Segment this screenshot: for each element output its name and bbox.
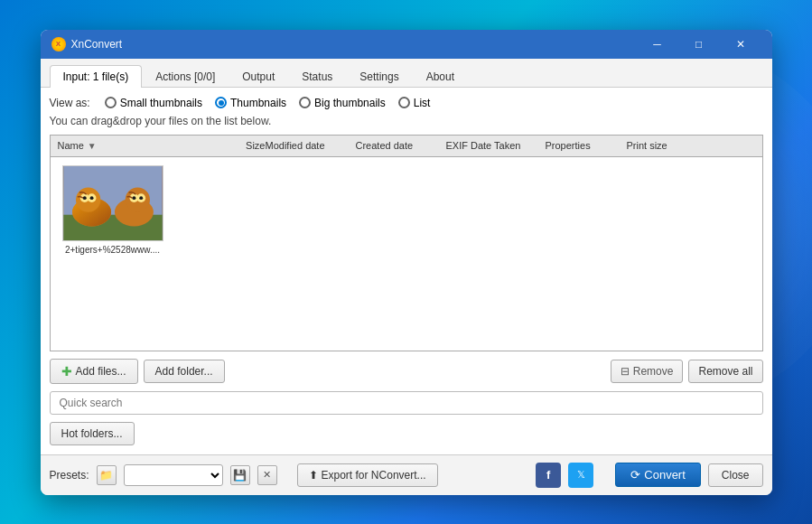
presets-select[interactable] (124, 464, 223, 486)
view-as-radio-group: Small thumbnails Thumbnails Big thumbnai… (105, 97, 431, 109)
add-folder-button[interactable]: Add folder... (144, 360, 225, 383)
thumbnail-image (62, 165, 163, 241)
save-icon: 💾 (233, 469, 247, 482)
close-button[interactable]: ✕ (720, 30, 761, 59)
radio-circle-small (105, 97, 117, 108)
tab-settings[interactable]: Settings (346, 65, 412, 88)
twitter-icon: 𝕏 (577, 469, 585, 481)
thumbnail-svg (63, 166, 163, 240)
maximize-button[interactable]: □ (678, 30, 720, 59)
preset-delete-button[interactable]: ✕ (257, 465, 277, 485)
list-item[interactable]: 2+tigers+%2528www.... (54, 161, 172, 259)
col-header-exif[interactable]: EXIF Date Taken (446, 140, 546, 151)
window-title: XnConvert (71, 38, 637, 51)
col-header-properties[interactable]: Properties (546, 140, 627, 151)
tab-input[interactable]: Input: 1 file(s) (50, 65, 143, 88)
col-header-print-size[interactable]: Print size (627, 140, 699, 151)
preset-save-button[interactable]: 💾 (230, 465, 250, 485)
hot-folders-button[interactable]: Hot folders... (50, 422, 135, 445)
svg-point-9 (82, 196, 86, 200)
sort-arrow-icon: ▼ (88, 141, 97, 151)
remove-all-button[interactable]: Remove all (688, 360, 762, 383)
facebook-button[interactable]: f (536, 463, 561, 488)
convert-button[interactable]: ⟳ Convert (615, 463, 701, 487)
radio-circle-thumbnails (215, 97, 227, 108)
radio-big-thumbnails[interactable]: Big thumbnails (299, 97, 386, 109)
minimize-button[interactable]: ─ (637, 30, 678, 59)
tab-status[interactable]: Status (288, 65, 346, 88)
remove-icon: ⊟ (621, 365, 630, 378)
radio-thumbnails[interactable]: Thumbnails (215, 97, 286, 109)
presets-label: Presets: (50, 469, 89, 482)
app-logo: X (51, 37, 66, 51)
col-header-size[interactable]: Size (220, 140, 266, 151)
drag-hint: You can drag&drop your files on the list… (50, 115, 763, 127)
folder-icon: 📁 (99, 469, 113, 482)
add-files-button[interactable]: ✚ Add files... (50, 359, 138, 384)
window-controls: ─ □ ✕ (637, 30, 761, 59)
col-header-name[interactable]: Name ▼ (58, 140, 220, 151)
titlebar: X XnConvert ─ □ ✕ (41, 30, 772, 59)
bottom-bar: Presets: 📁 💾 ✕ ⬆ Export for NConvert... … (41, 454, 772, 495)
radio-circle-big (299, 97, 311, 108)
svg-point-14 (139, 196, 143, 200)
tab-output[interactable]: Output (229, 65, 288, 88)
svg-point-13 (132, 196, 135, 200)
tab-about[interactable]: About (413, 65, 468, 88)
delete-icon: ✕ (263, 469, 271, 481)
facebook-icon: f (546, 468, 550, 482)
col-header-modified[interactable]: Modified date (266, 140, 356, 151)
export-button[interactable]: ⬆ Export for NConvert... (297, 463, 438, 487)
preset-folder-button[interactable]: 📁 (97, 465, 117, 485)
convert-icon: ⟳ (630, 468, 640, 482)
tab-actions[interactable]: Actions [0/0] (142, 65, 229, 88)
search-row (50, 391, 763, 415)
hot-folders-row: Hot folders... (50, 422, 763, 445)
twitter-button[interactable]: 𝕏 (568, 463, 593, 488)
file-list-header: Name ▼ Size Modified date Created date E… (51, 136, 762, 157)
view-as-label: View as: (50, 97, 90, 109)
svg-point-10 (89, 196, 93, 200)
radio-list[interactable]: List (398, 97, 431, 109)
remove-button[interactable]: ⊟ Remove (611, 360, 684, 383)
file-name-label: 2+tigers+%2528www.... (65, 245, 160, 255)
buttons-row: ✚ Add files... Add folder... ⊟ Remove Re… (50, 359, 763, 384)
add-icon: ✚ (61, 364, 72, 379)
tab-bar: Input: 1 file(s) Actions [0/0] Output St… (41, 59, 772, 88)
export-icon: ⬆ (309, 469, 318, 482)
main-window: X XnConvert ─ □ ✕ Input: 1 file(s) Actio… (41, 30, 772, 495)
main-content: View as: Small thumbnails Thumbnails Big… (41, 88, 772, 454)
preset-icons: 📁 (97, 465, 117, 485)
col-header-created[interactable]: Created date (356, 140, 446, 151)
view-as-row: View as: Small thumbnails Thumbnails Big… (50, 97, 763, 109)
radio-small-thumbnails[interactable]: Small thumbnails (105, 97, 202, 109)
file-list-container: Name ▼ Size Modified date Created date E… (50, 135, 763, 351)
search-input[interactable] (50, 391, 763, 415)
file-list-body: 2+tigers+%2528www.... (51, 157, 762, 263)
radio-circle-list (398, 97, 410, 108)
close-button-bottom[interactable]: Close (708, 463, 763, 487)
